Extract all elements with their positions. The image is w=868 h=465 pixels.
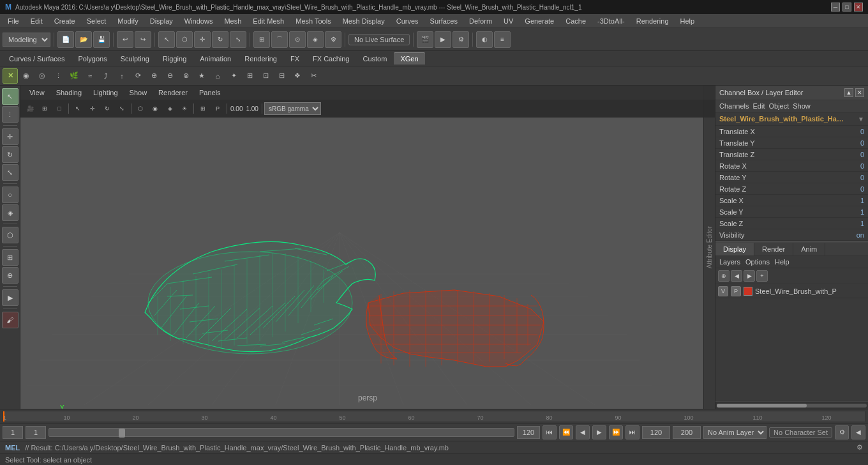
gamma-select[interactable]: sRGB gamma	[264, 102, 321, 115]
menu-mesh-tools[interactable]: Mesh Tools	[290, 16, 336, 26]
channel-scale-y[interactable]: Scale Y 1	[715, 206, 868, 218]
vp-wireframe-btn[interactable]: ⬡	[133, 102, 147, 116]
cb-close-btn[interactable]: ✕	[855, 88, 864, 97]
channel-rotate-x[interactable]: Rotate X 0	[715, 160, 868, 172]
layer-new-btn[interactable]: ⊕	[718, 270, 730, 282]
menu-modify[interactable]: Modify	[112, 16, 143, 26]
ch-value-sz[interactable]: 1	[839, 220, 864, 227]
xgen-icon-9[interactable]: ⟳	[130, 68, 146, 84]
menu-rendering[interactable]: Rendering	[631, 16, 674, 26]
go-to-end-btn[interactable]: ⏭	[625, 425, 640, 439]
menu-curves[interactable]: Curves	[391, 16, 424, 26]
soft-modify-tool[interactable]: ○	[2, 187, 19, 203]
channel-rotate-z[interactable]: Rotate Z 0	[715, 183, 868, 195]
layer-help-menu[interactable]: Help	[775, 258, 789, 266]
select-tool-button[interactable]: ↖	[158, 31, 175, 48]
range-end-input[interactable]	[517, 426, 540, 439]
snap-to-grid-button[interactable]: ⊞	[253, 31, 270, 48]
menu-select[interactable]: Select	[82, 16, 112, 26]
hypershade-button[interactable]: ◐	[476, 31, 493, 48]
cb-show-menu[interactable]: Show	[793, 102, 811, 110]
ipr-render-button[interactable]: ▶	[435, 31, 451, 48]
start-frame-input[interactable]	[3, 426, 23, 439]
paint-select-tool[interactable]: ⋮	[2, 106, 19, 123]
new-scene-button[interactable]: 📄	[57, 31, 74, 48]
char-set-display[interactable]: No Character Set	[769, 427, 832, 438]
menu-windows[interactable]: Windows	[179, 16, 218, 26]
ch-value-sy[interactable]: 1	[839, 208, 864, 216]
render-view-button[interactable]: 🎬	[417, 31, 433, 48]
menu-generate[interactable]: Generate	[520, 16, 559, 26]
vp-single-btn[interactable]: □	[52, 102, 66, 116]
channel-scale-x[interactable]: Scale X 1	[715, 195, 868, 206]
menu-file[interactable]: File	[3, 16, 24, 26]
menu-deform[interactable]: Deform	[464, 16, 497, 26]
vp-menu-view[interactable]: View	[24, 88, 50, 98]
vp-grid-btn[interactable]: ⊞	[196, 102, 210, 116]
channel-translate-z[interactable]: Translate Z 0	[715, 149, 868, 160]
xgen-icon-11[interactable]: ⊖	[162, 68, 177, 84]
menu-mesh[interactable]: Mesh	[219, 16, 246, 26]
vp-camera-btn[interactable]: 🎥	[23, 102, 37, 116]
xgen-icon-13[interactable]: ★	[194, 68, 209, 84]
modeling-dropdown[interactable]: Modeling	[3, 33, 50, 47]
move-tool-button[interactable]: ✛	[194, 31, 211, 48]
anim-frame-input[interactable]	[673, 426, 701, 439]
xgen-icon-14[interactable]: ⌂	[210, 68, 225, 84]
lasso-select[interactable]: ⬡	[2, 227, 19, 243]
tab-display[interactable]: Display	[715, 243, 754, 255]
timeline-ruler[interactable]: 1 10 20 30 40 50 60 70 80 90 100 110 120	[3, 411, 865, 422]
timeline-area[interactable]: 1 10 20 30 40 50 60 70 80 90 100 110 120	[0, 409, 868, 423]
snap-to-surface-button[interactable]: ◈	[307, 31, 324, 48]
ch-value-rx[interactable]: 0	[839, 162, 864, 170]
tab-rigging[interactable]: Rigging	[156, 53, 193, 65]
scrollbar-thumb[interactable]	[717, 404, 807, 408]
rotate-left[interactable]: ↻	[2, 146, 19, 163]
xgen-icon-16[interactable]: ⊞	[242, 68, 257, 84]
viewport-canvas[interactable]: X Y Z persp	[20, 118, 715, 409]
layers-menu[interactable]: Layers	[719, 258, 740, 266]
channel-scale-z[interactable]: Scale Z 1	[715, 218, 868, 229]
layer-row-item[interactable]: V P Steel_Wire_Brush_with_P	[715, 284, 868, 298]
cb-channels-menu[interactable]: Channels	[719, 102, 749, 110]
tab-curves-surfaces[interactable]: Curves / Surfaces	[3, 53, 71, 65]
menu-cache[interactable]: Cache	[560, 16, 591, 26]
redo-button[interactable]: ↪	[135, 31, 151, 48]
status-mel-label[interactable]: MEL	[5, 444, 20, 452]
outliner-button[interactable]: ≡	[494, 31, 511, 48]
vp-move-btn[interactable]: ✛	[86, 102, 100, 116]
close-button[interactable]: ✕	[854, 3, 863, 11]
pref-btn-2[interactable]: ◀	[851, 425, 865, 439]
cb-expand-btn[interactable]: ▲	[844, 88, 853, 97]
menu-help[interactable]: Help	[675, 16, 700, 26]
xgen-icon-18[interactable]: ⊟	[274, 68, 289, 84]
channel-scrollbar[interactable]	[715, 401, 868, 409]
no-live-surface-button[interactable]: No Live Surface	[348, 34, 410, 45]
snap-to-curve-button[interactable]: ⌒	[271, 31, 288, 48]
menu-edit-mesh[interactable]: Edit Mesh	[248, 16, 289, 26]
tab-render[interactable]: Render	[754, 243, 793, 255]
ch-value-ry[interactable]: 0	[839, 174, 864, 181]
save-scene-button[interactable]: 💾	[93, 31, 110, 48]
channel-translate-y[interactable]: Translate Y 0	[715, 137, 868, 149]
vp-menu-shading[interactable]: Shading	[51, 88, 87, 98]
menu-display[interactable]: Display	[145, 16, 178, 26]
xgen-icon-10[interactable]: ⊕	[146, 68, 161, 84]
tab-anim[interactable]: Anim	[793, 243, 825, 255]
menu-3dto-all[interactable]: -3DtoAll-	[592, 16, 630, 26]
menu-surfaces[interactable]: Surfaces	[425, 16, 463, 26]
tab-xgen[interactable]: XGen	[394, 52, 424, 65]
vp-light-btn[interactable]: ☀	[177, 102, 191, 116]
tab-polygons[interactable]: Polygons	[71, 53, 113, 65]
move-left[interactable]: ✛	[2, 128, 19, 145]
ch-value-sx[interactable]: 1	[839, 197, 864, 204]
tab-fx[interactable]: FX	[284, 53, 306, 65]
channel-translate-x[interactable]: Translate X 0	[715, 126, 868, 137]
layer-new2-btn[interactable]: +	[756, 270, 768, 282]
vp-menu-lighting[interactable]: Lighting	[88, 88, 123, 98]
vp-mode-btn[interactable]: ⊞	[38, 102, 52, 116]
layer-v-btn[interactable]: V	[718, 286, 728, 296]
vp-scale-btn[interactable]: ⤡	[115, 102, 129, 116]
vp-smooth-btn[interactable]: ◉	[148, 102, 162, 116]
range-handle[interactable]	[119, 429, 125, 438]
